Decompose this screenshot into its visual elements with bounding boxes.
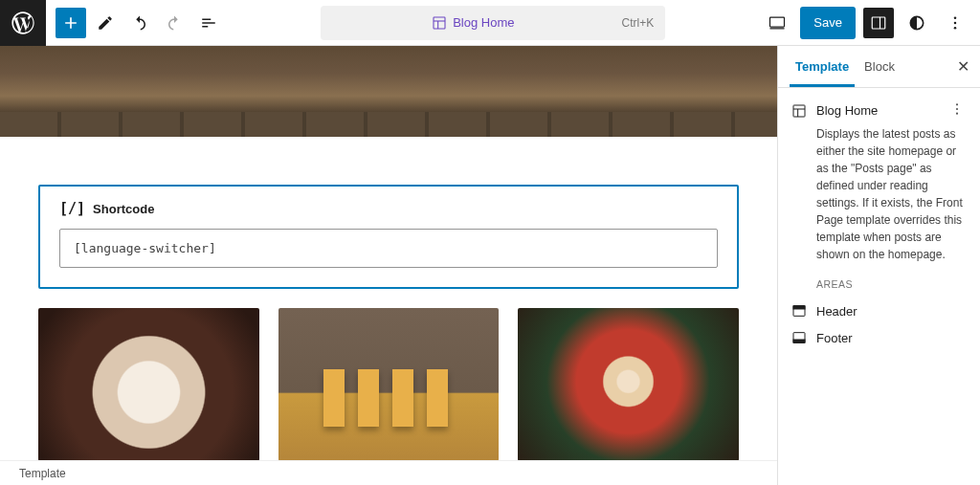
svg-rect-3 <box>770 17 785 27</box>
settings-sidebar-toggle[interactable] <box>863 8 894 38</box>
editor-canvas-column: [/] Shortcode Template <box>0 46 777 485</box>
area-item-header[interactable]: Header <box>791 298 967 324</box>
post-grid <box>38 308 739 460</box>
undo-button[interactable] <box>124 8 155 38</box>
content-wrap: [/] Shortcode <box>0 137 777 460</box>
block-breadcrumb[interactable]: Template <box>0 460 777 485</box>
template-description: Displays the latest posts as either the … <box>816 125 967 263</box>
main-area: [/] Shortcode Template Template Block ✕ <box>0 46 980 485</box>
template-options-button[interactable] <box>947 101 967 120</box>
top-toolbar: Blog Home Ctrl+K Save <box>0 0 980 46</box>
tools-button[interactable] <box>90 8 121 38</box>
tab-template[interactable]: Template <box>790 46 855 87</box>
close-icon: ✕ <box>957 57 969 76</box>
shortcode-icon: [/] <box>59 200 85 217</box>
more-vertical-icon <box>949 101 965 117</box>
undo-icon <box>131 14 148 32</box>
header-icon <box>791 303 807 319</box>
tab-block[interactable]: Block <box>858 46 901 87</box>
shortcode-block-title: Shortcode <box>93 202 154 216</box>
toolbar-center: Blog Home Ctrl+K <box>234 6 752 40</box>
svg-point-15 <box>956 113 958 115</box>
svg-rect-19 <box>793 340 805 342</box>
document-overview-button[interactable] <box>193 8 224 38</box>
options-button[interactable] <box>940 8 970 38</box>
block-inserter-button[interactable] <box>56 8 86 38</box>
footer-icon <box>791 330 807 345</box>
sidebar-close-button[interactable]: ✕ <box>949 54 976 80</box>
pencil-icon <box>97 14 114 32</box>
area-item-footer[interactable]: Footer <box>791 324 967 351</box>
desktop-icon <box>768 13 787 33</box>
svg-rect-5 <box>872 17 885 29</box>
svg-point-13 <box>956 103 958 105</box>
areas-label: AREAS <box>816 278 967 290</box>
wordpress-icon <box>10 10 36 36</box>
plus-icon <box>61 13 80 33</box>
post-card[interactable] <box>518 308 739 460</box>
document-title-chip[interactable]: Blog Home Ctrl+K <box>321 6 665 40</box>
sidebar-panel-title: Blog Home <box>816 103 938 118</box>
svg-rect-0 <box>434 17 445 29</box>
svg-point-9 <box>954 26 957 29</box>
document-title: Blog Home <box>453 15 514 30</box>
sidebar-tabs: Template Block ✕ <box>778 46 980 88</box>
area-label: Header <box>816 304 858 319</box>
sidebar-icon <box>870 14 887 32</box>
sidebar-body: Blog Home Displays the latest posts as e… <box>778 88 980 364</box>
svg-point-8 <box>954 21 957 24</box>
shortcode-input[interactable] <box>59 229 718 268</box>
wordpress-logo-button[interactable] <box>0 0 46 46</box>
command-shortcut: Ctrl+K <box>621 16 654 30</box>
featured-image[interactable] <box>0 46 777 137</box>
list-view-icon <box>200 14 217 32</box>
sidebar-title-row: Blog Home <box>791 101 967 120</box>
shortcode-block-header: [/] Shortcode <box>59 200 718 217</box>
view-button[interactable] <box>762 8 792 38</box>
toolbar-right: Save <box>752 7 980 39</box>
template-icon <box>432 15 447 31</box>
editor-canvas[interactable]: [/] Shortcode <box>0 46 777 460</box>
svg-rect-17 <box>793 306 805 309</box>
template-icon <box>791 103 807 119</box>
more-vertical-icon <box>947 14 964 32</box>
redo-button[interactable] <box>159 8 189 38</box>
styles-button[interactable] <box>902 8 932 38</box>
svg-point-14 <box>956 108 958 110</box>
redo-icon <box>166 14 183 32</box>
settings-sidebar: Template Block ✕ Blog Home Displays the … <box>777 46 980 485</box>
post-card[interactable] <box>38 308 259 460</box>
svg-rect-10 <box>793 105 805 117</box>
post-card[interactable] <box>278 308 500 460</box>
shortcode-block[interactable]: [/] Shortcode <box>38 185 739 289</box>
toolbar-left <box>46 8 234 38</box>
area-label: Footer <box>816 331 853 345</box>
contrast-icon <box>907 13 926 33</box>
save-button[interactable]: Save <box>800 7 856 39</box>
svg-point-7 <box>954 16 957 19</box>
